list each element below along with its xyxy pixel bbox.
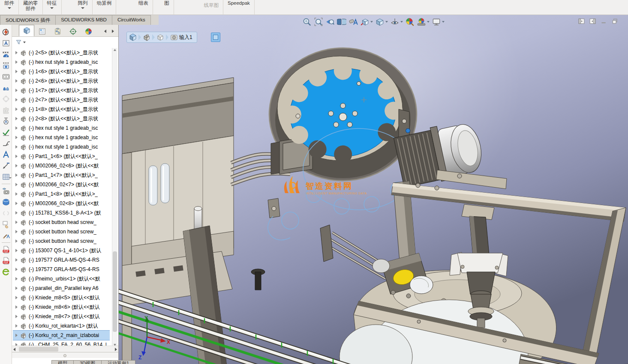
auto-dimension-icon[interactable] xyxy=(1,27,11,38)
expand-arrow-icon[interactable] xyxy=(15,296,18,299)
tree-item[interactable]: (-) Pneimo_urbis<1> (默认<<默 xyxy=(13,274,110,283)
tree-item[interactable]: (-) socket button head screw_ xyxy=(13,218,110,227)
panel-splitter[interactable] xyxy=(12,352,118,358)
ribbon-exploded-view[interactable]: 图 xyxy=(160,0,174,15)
weld-symbol-icon[interactable] xyxy=(1,138,11,149)
datum-pair-icon[interactable] xyxy=(1,82,11,93)
configurationmanager-tab[interactable] xyxy=(50,26,65,36)
show-tolerance-status-icon[interactable] xyxy=(1,104,11,116)
dimxpertmanager-tab[interactable] xyxy=(65,26,81,36)
view-orientation-icon[interactable] xyxy=(360,17,373,27)
tree-item[interactable]: (-) Part1_1<6> (默认<<默认>_ xyxy=(13,152,110,161)
expand-arrow-icon[interactable] xyxy=(15,117,18,120)
expand-arrow-icon[interactable] xyxy=(15,107,18,111)
ribbon-bill-of-materials[interactable]: 细表 xyxy=(134,0,153,15)
tree-horizontal-scrollbar[interactable] xyxy=(12,346,118,352)
expand-arrow-icon[interactable] xyxy=(15,258,18,262)
body-icon[interactable] xyxy=(156,33,165,42)
panel-tab-scroll-left[interactable] xyxy=(102,27,108,35)
zoom-area-icon[interactable] xyxy=(314,17,323,27)
collapse-pane-right-icon[interactable] xyxy=(589,18,596,27)
tree-item[interactable]: (-) 2<8> (默认<<默认>_显示状 xyxy=(13,114,110,123)
ribbon-explode-line-sketch[interactable]: 线草图 xyxy=(200,0,224,15)
publish-edrawings-icon[interactable] xyxy=(1,266,11,277)
view-settings-icon[interactable] xyxy=(432,17,445,27)
expand-arrow-icon[interactable] xyxy=(15,70,18,73)
copy-scheme-icon[interactable] xyxy=(1,127,11,138)
collapse-pane-left-icon[interactable] xyxy=(578,18,585,27)
expand-arrow-icon[interactable] xyxy=(15,249,18,252)
tree-item[interactable]: (-) Korku_rot_iekarta<1> (默认 xyxy=(13,321,110,331)
apply-scene-icon[interactable] xyxy=(417,17,430,27)
dropdown-caret-icon[interactable] xyxy=(23,42,26,43)
tree-item[interactable]: (-) hex nut style 1 gradeab_isc xyxy=(13,142,110,152)
expand-arrow-icon[interactable] xyxy=(15,268,18,271)
displaymanager-tab[interactable] xyxy=(81,26,96,36)
tree-item[interactable]: (-) Korku_rot_2_main_izlabotai xyxy=(13,331,110,340)
expand-arrow-icon[interactable] xyxy=(15,89,18,92)
general-table-icon[interactable] xyxy=(1,171,11,182)
tree-item[interactable]: (-) 197577 GRLA-M5-QS-4-RS xyxy=(13,255,110,265)
filter-funnel-icon[interactable] xyxy=(15,39,22,45)
panel-tab-scroll-right[interactable] xyxy=(110,27,116,35)
capture-3d-view-icon[interactable] xyxy=(1,185,11,197)
3d-scene[interactable]: X Y Z 智造资料网 INTELLIGENT MANUFACTURING DA… xyxy=(119,15,628,364)
dropdown-caret-icon[interactable] xyxy=(427,21,430,23)
imported-feature-icon[interactable] xyxy=(170,33,178,42)
bottom-tab[interactable]: 3D视图 xyxy=(73,360,101,364)
tree-item[interactable]: (-) 2<5> (默认<<默认>_显示状 xyxy=(13,48,110,57)
tree-item[interactable]: (-) 1<8> (默认<<默认>_显示状 xyxy=(13,104,110,114)
expand-arrow-icon[interactable] xyxy=(15,183,18,186)
expand-arrow-icon[interactable] xyxy=(15,60,18,64)
command-tab[interactable]: CircuitWorks xyxy=(112,15,151,25)
expand-arrow-icon[interactable] xyxy=(15,324,18,328)
expand-arrow-icon[interactable] xyxy=(15,305,18,309)
scroll-up-icon[interactable] xyxy=(114,49,116,51)
command-tab[interactable]: SOLIDWORKS 插件 xyxy=(0,15,55,25)
tree-item[interactable]: (-) 2<7> (默认<<默认>_显示状 xyxy=(13,95,110,104)
scrollbar-thumb[interactable] xyxy=(113,251,117,332)
zoom-fit-icon[interactable] xyxy=(302,17,312,27)
tree-item[interactable]: (-) hex nut style 1 gradeab_isc xyxy=(13,133,110,142)
expand-arrow-icon[interactable] xyxy=(15,145,18,149)
geometric-tolerance-icon[interactable] xyxy=(1,149,11,160)
tree-item[interactable]: (-) hex nut style 1 gradeab_isc xyxy=(13,57,110,67)
tree-item[interactable]: (-) M002066_02<8> (默认<<默 xyxy=(13,199,110,208)
scroll-right-icon[interactable] xyxy=(115,348,117,351)
tree-item[interactable]: (-) M002066_02<6> (默认<<默 xyxy=(13,161,110,170)
publish-pdf-icon[interactable] xyxy=(1,255,11,266)
note-icon[interactable] xyxy=(1,38,11,49)
breadcrumb[interactable]: 输入1 xyxy=(126,32,197,43)
previous-view-icon[interactable] xyxy=(325,17,335,27)
splitter-knob-icon[interactable] xyxy=(63,354,66,357)
tree-item[interactable]: (-) Kniede_m8<6> (默认<<默认 xyxy=(13,302,110,312)
expand-arrow-icon[interactable] xyxy=(15,51,18,54)
dropdown-caret-icon[interactable] xyxy=(370,21,373,23)
expand-arrow-icon[interactable] xyxy=(15,202,18,205)
section-view-icon[interactable] xyxy=(337,17,346,27)
tree-item[interactable]: (-) socket button head screw_ xyxy=(13,236,110,246)
expand-arrow-icon[interactable] xyxy=(15,286,18,290)
publish-3d-pdf-icon[interactable] xyxy=(1,244,11,255)
expand-arrow-icon[interactable] xyxy=(15,277,18,280)
expand-arrow-icon[interactable] xyxy=(15,230,18,233)
ribbon-move-component[interactable]: 部件 xyxy=(0,0,19,15)
size-dimension-icon[interactable] xyxy=(1,49,11,60)
expand-arrow-icon[interactable] xyxy=(15,221,18,224)
dropdown-caret-icon[interactable] xyxy=(400,21,403,23)
hide-annotations-icon[interactable] xyxy=(349,17,358,27)
expand-arrow-icon[interactable] xyxy=(15,164,18,167)
tree-item[interactable]: (-) 153007 QS-1_4-10<1> (默认 xyxy=(13,246,110,255)
expand-arrow-icon[interactable] xyxy=(15,211,18,215)
dynamic-annotation-views-icon[interactable] xyxy=(1,197,11,208)
expand-arrow-icon[interactable] xyxy=(15,239,18,243)
ribbon-component-pattern[interactable]: 阵列 xyxy=(74,0,93,15)
location-dimension-icon[interactable] xyxy=(1,60,11,71)
assembly-icon[interactable] xyxy=(129,33,137,42)
bottom-tab[interactable]: 运动算例1 xyxy=(101,360,135,364)
dropdown-caret-icon[interactable] xyxy=(385,21,388,23)
tree-item[interactable]: (-) Part1_1<7> (默认<<默认>_ xyxy=(13,170,110,180)
drag-annotation-icon[interactable] xyxy=(1,219,11,230)
display-style-icon[interactable] xyxy=(375,17,388,27)
expand-arrow-icon[interactable] xyxy=(15,173,18,177)
